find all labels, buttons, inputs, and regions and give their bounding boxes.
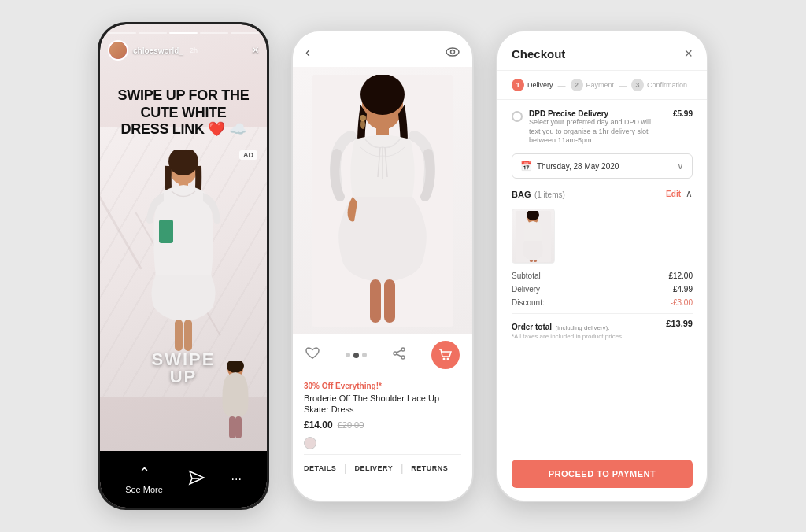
tab-returns[interactable]: RETURNS [411,461,448,475]
discount-value: -£3.00 [671,298,693,307]
step-num-1: 1 [512,79,524,91]
tab-divider-1: | [344,463,346,474]
progress-bar-5 [231,32,259,34]
ad-badge: AD [239,150,257,160]
story-user-left[interactable]: chloesworld_ 2h [108,40,198,61]
product-tabs: DETAILS | DELIVERY | RETURNS [304,454,461,475]
checkout-header: Checkout × [497,31,707,71]
product-nav: ‹ [293,31,472,67]
story-text: SWIPE UP FOR THE CUTE WHITE DRESS LINK ❤… [100,87,267,139]
step-payment: 2 Payment [571,79,615,91]
tab-delivery[interactable]: DELIVERY [354,461,393,475]
svg-line-23 [397,350,401,353]
story-header: chloesworld_ 2h × [100,24,267,61]
bag-title: BAG [512,190,531,199]
progress-bar-4 [200,32,228,34]
phone-2: ‹ [291,30,474,502]
bag-count: (1 items) [534,190,565,199]
svg-rect-9 [235,416,242,438]
delivery-summary-value: £4.99 [673,285,693,294]
image-dots [346,353,367,358]
order-summary: Subtotal £12.00 Delivery £4.99 Discount:… [512,272,693,340]
avatar [108,40,128,61]
add-to-cart-button[interactable] [431,341,460,369]
proceed-to-payment-button[interactable]: PROCEED TO PAYMENT [512,460,693,488]
chevron-down-icon: ∨ [677,161,684,172]
delivery-desc: Select your preferred day and DPD will t… [529,118,655,146]
dot-3[interactable] [362,353,367,357]
date-text: Thursday, 28 May 2020 [537,162,619,171]
phone-3: Checkout × 1 Delivery — 2 Payment — 3 Co… [496,30,708,502]
product-image-area [293,67,472,334]
delivery-option: DPD Precise Delivery Select your preferr… [512,109,693,146]
back-button[interactable]: ‹ [305,44,310,61]
svg-rect-5 [159,220,173,243]
story-footer: ⌃ See More ··· [100,451,267,508]
color-swatch[interactable] [304,437,316,449]
svg-rect-18 [370,279,381,323]
svg-point-14 [360,75,405,115]
checkout-title: Checkout [512,47,565,61]
delivery-summary-label: Delivery [512,285,540,294]
svg-point-20 [401,348,405,351]
order-total-row: Order total (including delivery): *All t… [512,313,693,340]
see-more-label: See More [125,485,163,494]
dot-2[interactable] [353,353,359,358]
order-total-value: £13.99 [666,319,693,340]
sale-tag: 30% Off Everything!* [304,382,461,390]
bag-header: BAG (1 items) Edit ∧ [512,187,693,201]
svg-rect-4 [184,320,192,351]
checkout-close-button[interactable]: × [684,46,693,62]
bag-chevron-icon: ∧ [686,188,693,199]
delivery-price: £5.99 [673,109,693,118]
subtotal-label: Subtotal [512,272,541,280]
checkout-steps: 1 Delivery — 2 Payment — 3 Confirmation [497,71,707,100]
date-picker[interactable]: 📅 Thursday, 28 May 2020 ∨ [512,153,693,179]
bag-item-thumbnail [512,209,555,264]
progress-bar-2 [139,32,167,34]
delivery-name: DPD Precise Delivery [529,109,655,118]
svg-rect-3 [175,320,183,351]
more-options-button[interactable]: ··· [231,472,241,486]
svg-point-11 [451,50,455,54]
step-delivery: 1 Delivery [512,79,553,91]
see-more-button[interactable]: ⌃ See More [125,464,163,494]
close-icon[interactable]: × [252,43,259,57]
product-image [312,75,453,327]
send-button[interactable] [188,470,205,490]
person-figure-main [140,150,227,358]
progress-bars [108,32,259,34]
avatar-image [109,42,127,59]
step-confirmation: 3 Confirmation [631,79,687,91]
svg-line-24 [397,354,401,357]
story-user-row: chloesworld_ 2h × [108,40,259,61]
svg-point-26 [447,358,449,360]
order-total-note: (including delivery): [556,324,610,331]
progress-bar-1 [108,32,136,34]
phone-1: chloesworld_ 2h × SWIPE UP FOR THE CUTE … [98,22,269,510]
tab-divider-2: | [401,463,403,474]
discount-row: Discount: -£3.00 [512,298,693,307]
story-headline-line2: DRESS LINK ❤️ ☁️ [111,121,256,139]
dot-1[interactable] [346,353,350,357]
step-label-confirmation: Confirmation [647,81,687,89]
step-label-delivery: Delivery [527,81,553,89]
bag-edit-button[interactable]: Edit [666,190,681,198]
delivery-option-left: DPD Precise Delivery Select your preferr… [512,109,655,146]
discount-label: Discount: [512,298,545,307]
svg-point-10 [446,48,459,56]
subtotal-row: Subtotal £12.00 [512,272,693,280]
wishlist-button[interactable] [305,347,320,364]
tab-details[interactable]: DETAILS [304,461,336,475]
step-arrow-1: — [558,81,566,90]
person-figure-small [215,361,256,443]
share-button[interactable] [393,347,405,363]
story-username: chloesworld_ [133,46,183,55]
checkout-footer: PROCEED TO PAYMENT [497,452,707,501]
delivery-radio[interactable] [512,111,523,122]
step-label-payment: Payment [586,81,615,89]
product-info: 30% Off Everything!* Broderie Off The Sh… [293,375,472,482]
product-image-footer [293,334,472,375]
tax-note: *All taxes are included in product price… [512,333,622,340]
eye-icon[interactable] [446,46,460,60]
